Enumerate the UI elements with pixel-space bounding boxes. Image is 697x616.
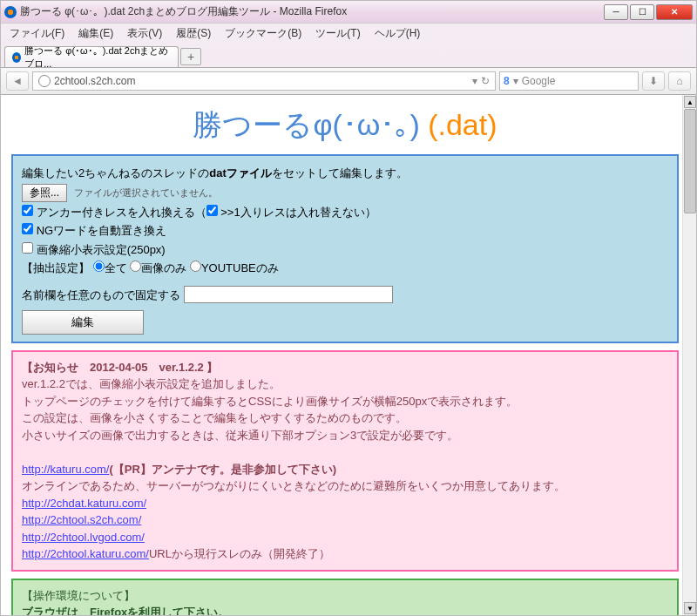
extract-yt-radio[interactable]	[190, 261, 201, 272]
vertical-scrollbar[interactable]: ▲ ▼	[682, 95, 696, 615]
browse-button[interactable]: 参照...	[22, 184, 67, 202]
extract-all-radio[interactable]	[93, 261, 105, 272]
scroll-up-icon[interactable]: ▲	[684, 96, 696, 108]
anchor-inner-checkbox[interactable]	[206, 205, 218, 216]
menu-bar: ファイル(F) 編集(E) 表示(V) 履歴(S) ブックマーク(B) ツール(…	[1, 24, 696, 43]
browser-window: 勝つーる φ(･ω･。).dat 2chまとめブログ用編集ツール - Mozil…	[0, 0, 697, 616]
scroll-thumb[interactable]	[684, 109, 696, 213]
scroll-down-icon[interactable]: ▼	[684, 602, 696, 614]
edit-button[interactable]: 編集	[22, 310, 144, 335]
menu-history[interactable]: 履歴(S)	[171, 24, 216, 43]
search-placeholder: Google	[522, 75, 556, 87]
back-button[interactable]: ◄	[6, 71, 29, 91]
tab-bar: 勝つーる φ(･ω･。).dat 2chまとめブロ... +	[1, 43, 696, 67]
menu-edit[interactable]: 編集(E)	[73, 24, 118, 43]
menu-view[interactable]: 表示(V)	[122, 24, 167, 43]
tab-favicon	[12, 52, 21, 63]
mirror-link-3[interactable]: http://2chtool.lvgod.com/	[22, 531, 145, 544]
url-field[interactable]: 2chtool.s2ch.com ▾ ↻	[32, 71, 496, 91]
mirror-link-4[interactable]: http://2chtool.katuru.com/	[22, 547, 149, 560]
imgsmall-checkbox[interactable]	[22, 242, 33, 254]
page-title: 勝つーるφ(･ω･｡) (.dat)	[11, 105, 679, 146]
maximize-button[interactable]	[630, 4, 654, 20]
extract-img-radio[interactable]	[130, 261, 141, 272]
download-button[interactable]: ⬇	[642, 71, 665, 91]
reload-icon[interactable]: ↻	[481, 75, 490, 87]
pr-link[interactable]: http://katuru.com/	[22, 463, 109, 476]
ngword-checkbox[interactable]	[22, 223, 33, 234]
help-panel: 【操作環境について】 ブラウザは、Firefoxを利用して下さい。 【アンカー入…	[11, 579, 679, 616]
app-favicon	[4, 6, 17, 18]
tab-title: 勝つーる φ(･ω･。).dat 2chまとめブロ...	[24, 44, 171, 71]
page-content: ▲ ▼ 勝つーるφ(･ω･｡) (.dat) 編集したい2ちゃんねるのスレッドの…	[1, 95, 696, 615]
new-tab-button[interactable]: +	[180, 48, 201, 65]
menu-help[interactable]: ヘルプ(H)	[369, 24, 426, 43]
url-dropdown-icon[interactable]: ▾	[472, 75, 477, 87]
url-text: 2chtool.s2ch.com	[54, 75, 135, 87]
anchor-checkbox[interactable]	[22, 205, 33, 216]
globe-icon	[38, 75, 51, 87]
mirror-link-1[interactable]: http://2chdat.katuru.com/	[22, 497, 146, 510]
edit-form-panel: 編集したい2ちゃんねるのスレッドのdatファイルをセットして編集します。 参照.…	[11, 154, 679, 343]
address-bar: ◄ 2chtool.s2ch.com ▾ ↻ 8 ▾ Google ⬇ ⌂	[1, 67, 696, 95]
close-button[interactable]	[656, 4, 693, 20]
home-button[interactable]: ⌂	[668, 71, 691, 91]
mirror-link-2[interactable]: http://2chtool.s2ch.com/	[22, 513, 141, 526]
window-title: 勝つーる φ(･ω･。).dat 2chまとめブログ用編集ツール - Mozil…	[20, 4, 604, 19]
google-icon: 8	[504, 75, 510, 87]
menu-file[interactable]: ファイル(F)	[4, 24, 70, 43]
file-status: ファイルが選択されていません。	[74, 187, 218, 198]
window-titlebar: 勝つーる φ(･ω･。).dat 2chまとめブログ用編集ツール - Mozil…	[1, 1, 696, 24]
browser-tab[interactable]: 勝つーる φ(･ω･。).dat 2chまとめブロ...	[4, 46, 179, 67]
menu-bookmarks[interactable]: ブックマーク(B)	[220, 24, 307, 43]
minimize-button[interactable]	[604, 4, 628, 20]
menu-tools[interactable]: ツール(T)	[310, 24, 365, 43]
search-field[interactable]: 8 ▾ Google	[499, 71, 639, 91]
fixname-input[interactable]	[184, 286, 393, 303]
news-panel: 【お知らせ 2012-04-05 ver.1.2.2 】 ver.1.2.2では…	[11, 350, 679, 572]
